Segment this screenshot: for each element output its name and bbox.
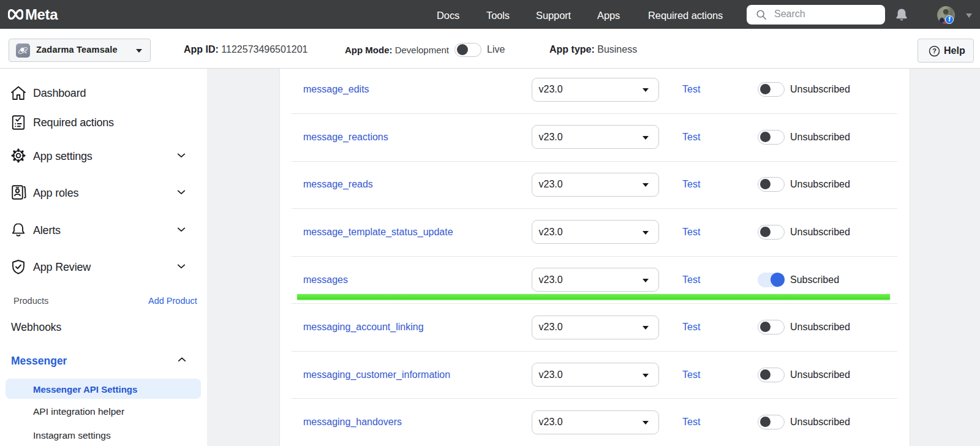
svg-text:?: ?	[932, 47, 937, 55]
